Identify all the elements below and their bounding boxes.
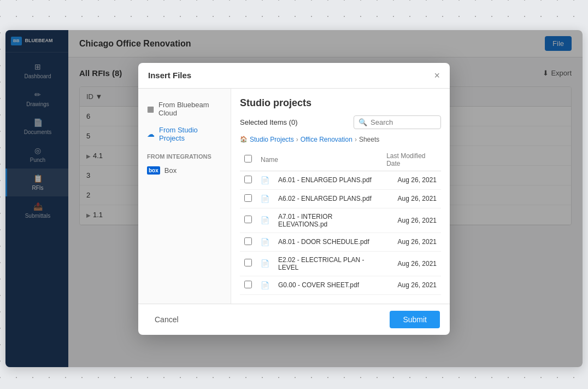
file-name-6: G0.00 - COVER SHEET.pdf xyxy=(274,276,382,294)
search-icon: 🔍 xyxy=(358,118,367,126)
file-date-4: Aug 26, 2021 xyxy=(382,233,441,251)
list-item: 📄 A8.01 - DOOR SCHEDULE.pdf Aug 26, 2021 xyxy=(240,233,441,251)
source-box[interactable]: box Box xyxy=(138,162,231,179)
file-date-2: Aug 26, 2021 xyxy=(382,189,441,208)
file-checkbox-4[interactable] xyxy=(244,237,252,245)
insert-files-modal: Insert Files × ▦ From Bluebeam Cloud ☁ F… xyxy=(138,63,450,335)
source-bluebeam-cloud[interactable]: ▦ From Bluebeam Cloud xyxy=(138,96,231,121)
list-item: 📄 A6.02 - ENLARGED PLANS.pdf Aug 26, 202… xyxy=(240,189,441,208)
modal-main: Studio projects Selected Items (0) 🔍 🏠 S… xyxy=(231,89,450,304)
submit-button[interactable]: Submit xyxy=(390,311,440,328)
studio-cloud-icon: ☁ xyxy=(147,130,155,138)
file-name-3: A7.01 - INTERIOR ELEVATIONS.pd xyxy=(274,208,382,233)
file-checkbox-5[interactable] xyxy=(244,259,252,266)
breadcrumb-sep-2: › xyxy=(355,136,357,143)
selected-row: Selected Items (0) 🔍 xyxy=(240,115,441,129)
modal-body: ▦ From Bluebeam Cloud ☁ From Studio Proj… xyxy=(138,89,450,304)
breadcrumb-office-renovation[interactable]: Office Renovation xyxy=(301,136,352,143)
modal-footer: Cancel Submit xyxy=(138,304,450,335)
cancel-button[interactable]: Cancel xyxy=(148,312,185,327)
file-date-5: Aug 26, 2021 xyxy=(382,251,441,276)
col-name: Name xyxy=(256,149,382,171)
studio-projects-title: Studio projects xyxy=(240,97,441,109)
file-date-1: Aug 26, 2021 xyxy=(382,171,441,189)
list-item: 📄 A7.01 - INTERIOR ELEVATIONS.pd Aug 26,… xyxy=(240,208,441,233)
col-modified: Last Modified Date xyxy=(382,149,441,171)
file-name-1: A6.01 - ENLARGED PLANS.pdf xyxy=(274,171,382,189)
breadcrumb-sep-1: › xyxy=(296,136,298,143)
modal-header: Insert Files × xyxy=(138,63,450,89)
breadcrumb-home-icon: 🏠 xyxy=(240,136,248,143)
modal-title: Insert Files xyxy=(148,71,191,80)
source-label-box: Box xyxy=(164,166,177,175)
modal-close-button[interactable]: × xyxy=(434,71,440,80)
file-table: Name Last Modified Date 📄 A6.01 - ENLARG… xyxy=(240,149,441,295)
breadcrumb-studio-projects[interactable]: Studio Projects xyxy=(250,136,294,143)
file-doc-icon: 📄 xyxy=(261,216,269,224)
file-checkbox-2[interactable] xyxy=(244,194,252,202)
file-name-4: A8.01 - DOOR SCHEDULE.pdf xyxy=(274,233,382,251)
breadcrumb-sheets: Sheets xyxy=(359,136,379,143)
file-name-2: A6.02 - ENLARGED PLANS.pdf xyxy=(274,189,382,208)
search-box: 🔍 xyxy=(354,115,441,129)
modal-sidebar: ▦ From Bluebeam Cloud ☁ From Studio Proj… xyxy=(138,89,231,304)
source-label-studio: From Studio Projects xyxy=(159,126,222,142)
file-doc-icon: 📄 xyxy=(261,259,269,268)
cloud-grid-icon: ▦ xyxy=(147,104,154,113)
file-doc-icon: 📄 xyxy=(261,176,269,184)
file-date-3: Aug 26, 2021 xyxy=(382,208,441,233)
file-doc-icon: 📄 xyxy=(261,195,269,203)
integrations-section-label: From Integrations xyxy=(138,147,231,162)
list-item: 📄 A6.01 - ENLARGED PLANS.pdf Aug 26, 202… xyxy=(240,171,441,189)
selected-count: Selected Items (0) xyxy=(240,118,298,126)
source-studio-projects[interactable]: ☁ From Studio Projects xyxy=(138,121,231,147)
list-item: 📄 G0.00 - COVER SHEET.pdf Aug 26, 2021 xyxy=(240,276,441,294)
file-name-5: E2.02 - ELECTRICAL PLAN - LEVEL xyxy=(274,251,382,276)
search-input[interactable] xyxy=(371,118,436,126)
file-checkbox-6[interactable] xyxy=(244,281,252,288)
breadcrumb: 🏠 Studio Projects › Office Renovation › … xyxy=(240,136,441,143)
modal-overlay: Insert Files × ▦ From Bluebeam Cloud ☁ F… xyxy=(5,30,583,367)
file-date-6: Aug 26, 2021 xyxy=(382,276,441,294)
file-doc-icon: 📄 xyxy=(261,238,269,246)
box-icon: box xyxy=(147,166,160,175)
file-checkbox-1[interactable] xyxy=(244,176,252,183)
app-container: BB BLUEBEAM ⊞ Dashboard ✏ Drawings 📄 Doc… xyxy=(5,30,583,367)
file-checkbox-3[interactable] xyxy=(244,216,252,223)
source-label-bluebeam: From Bluebeam Cloud xyxy=(158,101,222,117)
select-all-checkbox[interactable] xyxy=(244,155,252,162)
list-item: 📄 E2.02 - ELECTRICAL PLAN - LEVEL Aug 26… xyxy=(240,251,441,276)
file-doc-icon: 📄 xyxy=(261,281,269,289)
